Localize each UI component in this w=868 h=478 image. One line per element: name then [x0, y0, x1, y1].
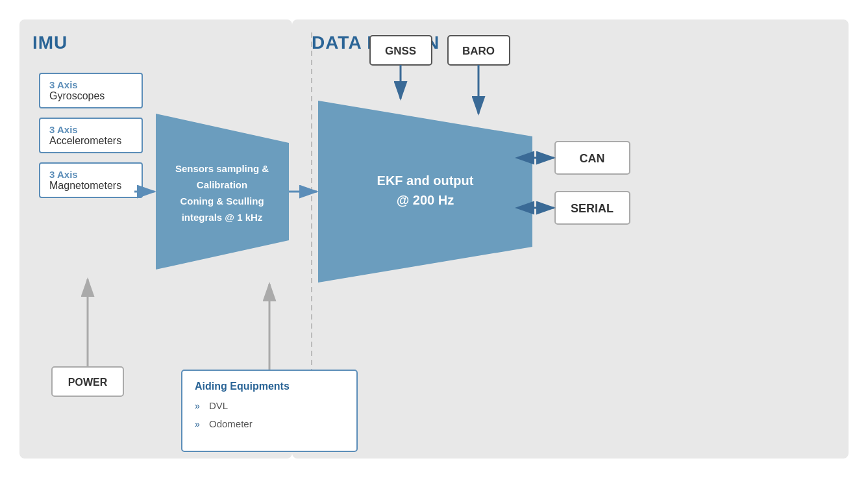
- accelerometers-box: 3 Axis Accelerometers: [39, 118, 143, 153]
- magnetometers-line2: Magnetometers: [49, 180, 132, 192]
- gyroscopes-box: 3 Axis Gyroscopes: [39, 73, 143, 108]
- imu-box: IMU 3 Axis Gyroscopes 3 Axis Acceleromet…: [19, 19, 292, 459]
- sensor-boxes: 3 Axis Gyroscopes 3 Axis Accelerometers …: [39, 73, 279, 198]
- magnetometers-box: 3 Axis Magnetometers: [39, 162, 143, 198]
- accelerometers-line2: Accelerometers: [49, 135, 132, 147]
- fusion-title: DATA FUSION: [312, 32, 836, 53]
- magnetometers-line1: 3 Axis: [49, 169, 132, 180]
- main-container: IMU 3 Axis Gyroscopes 3 Axis Acceleromet…: [0, 0, 868, 478]
- imu-title: IMU: [32, 32, 279, 53]
- gyroscopes-line1: 3 Axis: [49, 79, 132, 90]
- fusion-box: DATA FUSION: [292, 19, 849, 459]
- gyroscopes-line2: Gyroscopes: [49, 90, 132, 102]
- accelerometers-line1: 3 Axis: [49, 124, 132, 135]
